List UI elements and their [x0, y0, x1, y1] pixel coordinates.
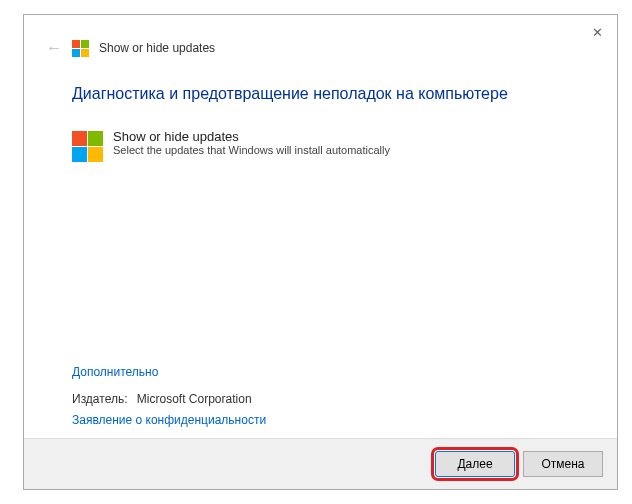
back-arrow-icon[interactable]: ←: [46, 39, 62, 57]
dialog-footer: Далее Отмена: [24, 438, 617, 489]
microsoft-logo-icon: [72, 40, 89, 57]
main-heading: Диагностика и предотвращение неполадок н…: [72, 85, 569, 103]
dialog-content: Диагностика и предотвращение неполадок н…: [24, 57, 617, 362]
close-icon[interactable]: ✕: [592, 25, 603, 40]
header-title: Show or hide updates: [99, 41, 215, 55]
option-row: Show or hide updates Select the updates …: [72, 129, 569, 162]
bottom-links: Дополнительно Издатель: Microsoft Corpor…: [24, 362, 617, 438]
advanced-link[interactable]: Дополнительно: [72, 365, 158, 379]
microsoft-logo-icon: [72, 131, 103, 162]
option-text: Show or hide updates Select the updates …: [113, 129, 390, 156]
dialog-header: ← Show or hide updates: [24, 15, 617, 57]
publisher-value: Microsoft Corporation: [137, 392, 252, 406]
publisher-row: Издатель: Microsoft Corporation: [72, 392, 569, 406]
troubleshooter-dialog: ✕ ← Show or hide updates Диагностика и п…: [23, 14, 618, 490]
cancel-button[interactable]: Отмена: [523, 451, 603, 477]
publisher-label: Издатель:: [72, 392, 128, 406]
next-button[interactable]: Далее: [435, 451, 515, 477]
option-description: Select the updates that Windows will ins…: [113, 144, 390, 156]
option-title: Show or hide updates: [113, 129, 390, 144]
privacy-link[interactable]: Заявление о конфиденциальности: [72, 413, 266, 427]
